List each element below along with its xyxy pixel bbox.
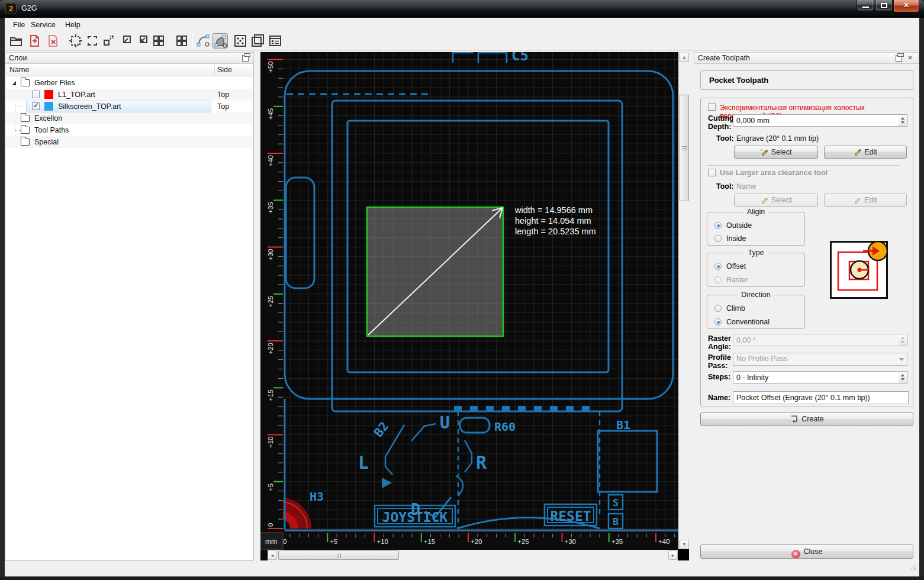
horizontal-scrollbar[interactable]: ◄ ► bbox=[268, 550, 678, 560]
cutting-depth-input[interactable] bbox=[733, 114, 899, 127]
tree-item-label[interactable]: Silkscreen_TOP.art bbox=[58, 102, 121, 111]
create-button[interactable]: Create bbox=[700, 413, 913, 426]
label-r: R bbox=[476, 452, 487, 473]
tree-item-label[interactable]: Gerber Files bbox=[34, 79, 75, 87]
folder-icon bbox=[21, 138, 30, 146]
tree-row-gerber-files[interactable]: Gerber Files bbox=[6, 77, 253, 89]
vertical-scrollbar[interactable]: ▲ ▼ bbox=[678, 52, 689, 550]
expander-icon[interactable] bbox=[12, 81, 16, 85]
open-file-button[interactable] bbox=[8, 33, 24, 49]
raster-angle-input[interactable] bbox=[733, 334, 899, 346]
tool2-label: Tool: bbox=[716, 182, 734, 191]
tree-item-label[interactable]: L1_TOP.art bbox=[58, 91, 95, 99]
arc-fill-tool-button[interactable] bbox=[213, 33, 228, 49]
align-outside-label[interactable]: Outside bbox=[726, 221, 752, 230]
edit-tool2-label: Edit bbox=[864, 196, 877, 204]
type-offset-label[interactable]: Offset bbox=[726, 262, 746, 270]
tree-row-excellon[interactable]: Excellon bbox=[6, 112, 253, 124]
edit-tool-button[interactable]: Edit bbox=[824, 146, 907, 159]
zoom-window-button[interactable] bbox=[85, 33, 100, 49]
arrange-views-button[interactable] bbox=[174, 33, 189, 49]
pad-marks-tool-button[interactable] bbox=[233, 33, 248, 49]
select-tool-label: Select bbox=[771, 148, 792, 156]
float-panel-icon[interactable] bbox=[896, 55, 902, 62]
horizontal-scroll-thumb[interactable] bbox=[278, 550, 399, 560]
label-b1: B1 bbox=[616, 418, 630, 432]
column-side[interactable]: Side bbox=[217, 66, 232, 74]
measurement-selection[interactable] bbox=[367, 207, 503, 336]
column-divider[interactable] bbox=[214, 65, 215, 75]
align-outside-radio[interactable] bbox=[714, 222, 722, 229]
object-properties-button[interactable] bbox=[268, 33, 283, 49]
align-inside-radio[interactable] bbox=[714, 235, 722, 242]
folder-icon bbox=[21, 127, 30, 134]
resize-grip[interactable] bbox=[909, 563, 916, 571]
maximize-button[interactable] bbox=[875, 0, 893, 11]
scroll-right-button[interactable]: ► bbox=[668, 550, 678, 560]
pcb-view[interactable]: C5 B2 U R60 B1 L R H3 D JOYSTICK RESET S… bbox=[260, 52, 678, 550]
scroll-down-button[interactable]: ▼ bbox=[680, 540, 689, 549]
type-raster-radio[interactable] bbox=[714, 276, 722, 283]
tile-views-button[interactable] bbox=[151, 33, 166, 49]
toolpath-name-input[interactable] bbox=[733, 391, 909, 404]
tree-item-label[interactable]: Tool Paths bbox=[34, 126, 69, 134]
select-tool2-button[interactable]: Select bbox=[734, 194, 818, 207]
svg-text:+30: +30 bbox=[565, 538, 577, 545]
tree-row-tool-paths[interactable]: Tool Paths bbox=[6, 124, 253, 136]
menu-service[interactable]: Service bbox=[27, 20, 60, 30]
import-gerber-button[interactable] bbox=[27, 33, 42, 49]
tree-row-special[interactable]: Special bbox=[6, 136, 253, 148]
cutting-depth-spinner[interactable] bbox=[899, 114, 907, 127]
tree-column-header[interactable]: Name Side bbox=[6, 64, 253, 76]
direction-climb-label[interactable]: Climb bbox=[726, 304, 745, 312]
use-larger-tool-checkbox[interactable] bbox=[708, 169, 716, 176]
use-larger-tool-label[interactable]: Use Larger area clearance tool bbox=[720, 169, 828, 177]
minimize-button[interactable] bbox=[857, 0, 874, 11]
type-offset-radio[interactable] bbox=[714, 263, 722, 270]
close-button[interactable]: ✕ bbox=[893, 0, 919, 12]
menu-help[interactable]: Help bbox=[61, 20, 85, 30]
panel-close-icon[interactable]: ✕ bbox=[908, 54, 913, 61]
arc-segments-tool-button[interactable] bbox=[196, 33, 211, 49]
layer-color-swatch-blue[interactable] bbox=[44, 102, 53, 111]
layer-visibility-checkbox[interactable] bbox=[32, 91, 40, 98]
steps-input[interactable] bbox=[733, 371, 899, 384]
scale-view-button[interactable] bbox=[101, 33, 117, 49]
scroll-left-button[interactable]: ◄ bbox=[268, 550, 277, 560]
scroll-up-button[interactable]: ▲ bbox=[680, 53, 689, 62]
close-file-button[interactable] bbox=[45, 33, 60, 49]
close-toolpath-button[interactable]: ✕Close bbox=[700, 544, 913, 559]
tool-label: Tool: bbox=[716, 134, 734, 143]
svg-text:0: 0 bbox=[267, 523, 274, 527]
tree-row-l1-top[interactable]: L1_TOP.art Top bbox=[6, 89, 253, 101]
profile-pass-dropdown[interactable]: No Profile Pass bbox=[733, 353, 907, 366]
vertical-scroll-thumb[interactable] bbox=[680, 95, 689, 201]
window-title: G2G bbox=[21, 4, 37, 12]
select-tool-button[interactable]: Select bbox=[734, 146, 818, 159]
collapse-view-right-button[interactable] bbox=[134, 33, 150, 49]
align-inside-label[interactable]: Inside bbox=[726, 234, 746, 243]
edit-tool2-button[interactable]: Edit bbox=[824, 194, 907, 207]
type-raster-label[interactable]: Raster bbox=[726, 276, 748, 284]
raster-angle-spinner[interactable] bbox=[899, 334, 907, 346]
title-bar[interactable]: 2 G2G ✕ bbox=[0, 0, 924, 18]
steps-spinner[interactable] bbox=[899, 371, 907, 384]
outline-3d-view-button[interactable] bbox=[250, 33, 265, 49]
direction-conventional-radio[interactable] bbox=[714, 318, 722, 326]
experimental-optimization-checkbox[interactable] bbox=[708, 103, 716, 111]
pcb-canvas-area[interactable]: C5 B2 U R60 B1 L R H3 D JOYSTICK RESET S… bbox=[260, 52, 689, 560]
layer-side-value: Top bbox=[217, 102, 229, 111]
tree-row-silkscreen-top[interactable]: ✓ Silkscreen_TOP.art Top bbox=[6, 101, 253, 112]
layer-color-swatch-red[interactable] bbox=[44, 90, 53, 99]
tree-item-label[interactable]: Excellon bbox=[34, 114, 62, 123]
collapse-view-left-button[interactable] bbox=[118, 33, 133, 49]
svg-text:+30: +30 bbox=[267, 249, 274, 261]
float-panel-icon[interactable] bbox=[242, 55, 249, 62]
zoom-fit-button[interactable] bbox=[68, 33, 83, 49]
direction-climb-radio[interactable] bbox=[714, 305, 722, 312]
tree-item-label[interactable]: Special bbox=[34, 138, 59, 146]
raster-angle-label: Raster Angle: bbox=[708, 334, 736, 351]
direction-conventional-label[interactable]: Conventional bbox=[726, 318, 770, 326]
layer-visibility-checkbox[interactable]: ✓ bbox=[32, 102, 40, 110]
column-name[interactable]: Name bbox=[9, 66, 29, 74]
